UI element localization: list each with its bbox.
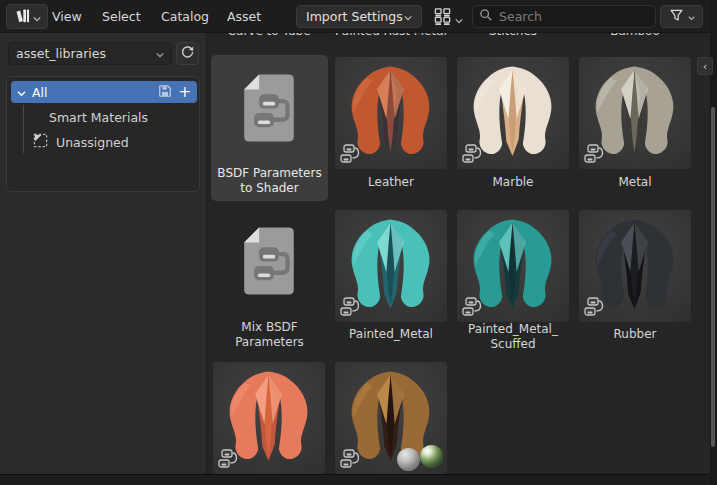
catalog-label: Unassigned: [56, 135, 129, 150]
nodegroup-badge-icon: [217, 448, 239, 470]
chevron-down-icon: [455, 9, 463, 28]
asset-item-unlabeled-salmon[interactable]: [213, 362, 325, 474]
library-selector[interactable]: asset_libraries: [8, 42, 172, 65]
nodegroup-badge-icon: [583, 296, 605, 318]
editor-type-dropdown[interactable]: [6, 4, 48, 29]
search-field[interactable]: [472, 5, 656, 28]
nodegroup-badge-icon: [339, 143, 361, 165]
chevron-down-icon: [156, 46, 164, 61]
menu-asset[interactable]: Asset: [221, 0, 267, 33]
asset-label: Mix BSDF: [209, 320, 331, 335]
asset-item-painted-metal[interactable]: [335, 210, 447, 322]
search-icon: [479, 7, 493, 26]
filter-dropdown[interactable]: [660, 5, 703, 28]
asset-label: Painted_Metal_: [452, 322, 574, 337]
asset-label: Metal: [574, 175, 696, 190]
asset-label: Parameters: [209, 335, 331, 350]
save-icon[interactable]: [158, 84, 172, 101]
asset-label: Marble: [452, 175, 574, 190]
editor-bottom-edge: [0, 474, 717, 485]
asset-label: Rubber: [574, 327, 696, 342]
asset-label: to Shader: [209, 181, 331, 196]
grid-display-icon: [433, 7, 452, 30]
asset-item-leather[interactable]: [335, 57, 447, 169]
asset-label-clipped: Stitches: [452, 33, 574, 39]
nodegroup-badge-icon: [339, 448, 361, 470]
asset-browser-icon: [14, 7, 31, 27]
menu-select[interactable]: Select: [96, 0, 147, 33]
import-settings-label: Import Settings: [306, 9, 403, 24]
asset-label: Scuffed: [452, 337, 574, 352]
nodegroup-badge-icon: [461, 143, 483, 165]
refresh-icon: [180, 44, 195, 63]
refresh-library-button[interactable]: [176, 42, 199, 65]
asset-item-bsdf-parameters-to-shader[interactable]: BSDF Parameters to Shader: [211, 55, 328, 201]
asset-item-mix-bsdf-parameters[interactable]: Mix BSDF Parameters: [211, 208, 328, 354]
unassigned-icon: [33, 133, 48, 151]
filter-funnel-icon: [669, 8, 684, 25]
chevron-down-icon: [17, 85, 26, 100]
asset-item-marble[interactable]: [457, 57, 569, 169]
asset-item-unlabeled-brown[interactable]: [335, 362, 447, 474]
asset-label-clipped: Painted Rust Metal: [330, 33, 452, 39]
asset-label-clipped: Bamboo: [574, 33, 696, 39]
asset-label: Leather: [330, 175, 452, 190]
nodegroup-badge-icon: [339, 296, 361, 318]
chevron-down-icon: [33, 7, 41, 26]
catalog-label: Smart Materials: [49, 110, 148, 125]
nodegroup-badge-icon: [583, 143, 605, 165]
menu-catalog[interactable]: Catalog: [155, 0, 215, 33]
catalog-tree-panel: All + Smart Materials Unassigned: [6, 76, 200, 192]
search-input[interactable]: [499, 9, 629, 24]
node-group-icon: [238, 215, 300, 307]
asset-library-sidebar: asset_libraries All +: [0, 33, 207, 474]
asset-label: BSDF Parameters: [209, 166, 331, 181]
library-selector-value: asset_libraries: [16, 46, 106, 61]
asset-grid[interactable]: Curve to Tube Painted Rust Metal Stitche…: [207, 33, 710, 474]
chevron-down-icon: [404, 9, 412, 24]
chevron-down-icon: [688, 9, 695, 24]
asset-item-metal[interactable]: [579, 57, 691, 169]
asset-browser-header: View Select Catalog Asset Import Setting…: [0, 0, 710, 33]
catalog-label: All: [32, 85, 152, 100]
vertical-scrollbar[interactable]: [711, 107, 715, 447]
asset-item-painted-metal-scuffed[interactable]: [457, 210, 569, 322]
nodegroup-badge-icon: [461, 296, 483, 318]
material-sphere-icon: [397, 448, 420, 471]
node-group-icon: [238, 62, 300, 154]
catalog-item-all[interactable]: All +: [11, 81, 197, 103]
catalog-item-smart-materials[interactable]: Smart Materials: [7, 106, 201, 128]
asset-label: Painted_Metal: [330, 327, 452, 342]
menu-view[interactable]: View: [46, 0, 88, 33]
asset-item-rubber[interactable]: [579, 210, 691, 322]
textured-sphere-icon: [420, 445, 443, 468]
display-mode-dropdown[interactable]: [433, 7, 463, 30]
import-settings-dropdown[interactable]: Import Settings: [296, 5, 422, 28]
catalog-item-unassigned[interactable]: Unassigned: [7, 131, 201, 153]
sidebar-collapse-button[interactable]: ‹: [697, 57, 713, 75]
add-catalog-icon[interactable]: +: [178, 85, 191, 100]
asset-label-clipped: Curve to Tube: [208, 33, 330, 39]
chevron-left-icon: ‹: [703, 61, 707, 72]
